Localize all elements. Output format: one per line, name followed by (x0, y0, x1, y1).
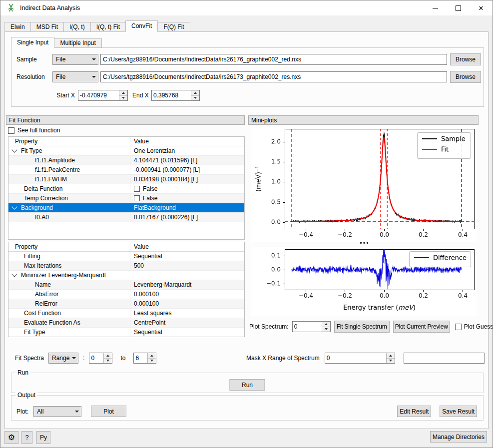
output-plot-button[interactable]: Plot (91, 406, 126, 417)
table-row-f1-f1-fwhm[interactable]: f1.f1.FWHM0.034198 (0.000184) [L] (8, 175, 244, 184)
difference-plot[interactable] (251, 247, 477, 316)
sample-browse-button[interactable]: Browse (450, 53, 481, 65)
resolution-browse-button[interactable]: Browse (450, 71, 481, 83)
see-full-function-checkbox[interactable] (8, 127, 14, 134)
property-value: 0.017167 (0.000226) [L] (134, 214, 198, 221)
resolution-source-combo[interactable]: File (52, 71, 98, 82)
sample-path-input[interactable] (100, 54, 447, 65)
spin-arrows-icon[interactable] (147, 353, 156, 363)
chevron-down-icon (90, 58, 98, 60)
mask-range-input[interactable] (404, 353, 485, 364)
property-name: Name (35, 281, 51, 288)
fit-function-header[interactable]: Fit Function (6, 115, 245, 125)
property-value: 500 (134, 262, 144, 269)
spectra-from-value[interactable] (89, 353, 103, 363)
table-row-f1-f1-peakcentre[interactable]: f1.f1.PeakCentre-0.000941 (0.000077) [L] (8, 165, 244, 175)
table-row-abserror[interactable]: AbsError0.000100 (8, 290, 244, 299)
minimize-icon (433, 8, 438, 8)
input-tab-multiple-input[interactable]: Multiple Input (54, 38, 101, 48)
property-value: 0.000100 (134, 300, 159, 307)
tab-msd-fit[interactable]: MSD Fit (30, 22, 64, 32)
property-value: Levenberg-Marquardt (134, 281, 191, 288)
table-row-background[interactable]: BackgroundFlatBackground (8, 203, 244, 213)
table-row-cost-function[interactable]: Cost FunctionLeast squares (8, 309, 244, 318)
table-row-minimizer-levenberg-marquardt[interactable]: Minimizer Levenberg-Marquardt (8, 271, 244, 280)
plot-spectrum-value[interactable] (293, 322, 322, 332)
mantid-icon (6, 3, 15, 12)
tab-convfit[interactable]: ConvFit (125, 20, 158, 32)
property-name: Evaluate Function As (24, 319, 80, 326)
plot-spectrum-spinbox[interactable] (292, 321, 331, 332)
run-button[interactable]: Run (230, 379, 265, 391)
input-tab-single-input[interactable]: Single Input (11, 37, 54, 48)
tab-elwin[interactable]: Elwin (4, 22, 31, 32)
property-name: Fitting (24, 253, 40, 260)
tab-i-q-t[interactable]: I(Q, t) (63, 22, 91, 32)
see-full-function-row: See full function (8, 126, 60, 134)
fit-spectra-row: Fit Spectra Range : to (15, 352, 156, 364)
fit-spectra-mode-combo[interactable]: Range (48, 353, 78, 364)
settings-button[interactable]: ⚙ (4, 431, 18, 444)
plot-current-preview-button[interactable]: Plot Current Preview (393, 321, 450, 333)
property-name: Fit Type (24, 329, 45, 336)
fit-single-spectrum-button[interactable]: Fit Single Spectrum (334, 321, 390, 333)
tab-f-q-fit[interactable]: F(Q) Fit (157, 22, 190, 32)
value-checkbox[interactable] (134, 195, 140, 201)
end-x-value[interactable] (152, 90, 191, 100)
manage-directories-button[interactable]: Manage Directories (430, 431, 487, 443)
plot-splitter-handle[interactable]: ••• (352, 239, 377, 247)
property-value: 4.104471 (0.011596) [L] (134, 157, 197, 164)
edit-result-button[interactable]: Edit Result (397, 406, 431, 417)
table-row-name[interactable]: NameLevenberg-Marquardt (8, 280, 244, 290)
maximize-button[interactable] (447, 0, 470, 15)
output-plot-combo[interactable]: All (33, 406, 81, 417)
spectra-to-spinbox[interactable] (133, 353, 156, 364)
mask-spectrum-value[interactable] (325, 353, 386, 363)
spin-arrows-icon[interactable] (386, 353, 395, 363)
end-x-spinbox[interactable] (151, 90, 200, 101)
sample-source-value: File (53, 56, 90, 63)
spin-arrows-icon[interactable] (322, 322, 330, 332)
sample-fit-plot[interactable] (251, 126, 477, 242)
spin-arrows-icon[interactable] (119, 90, 127, 100)
save-result-button[interactable]: Save Result (440, 406, 477, 417)
mini-plots-header[interactable]: Mini-plots (248, 115, 479, 125)
close-button[interactable]: ✕ (470, 0, 493, 15)
table-row-delta-function[interactable]: Delta FunctionFalse (8, 184, 244, 194)
spectra-to-value[interactable] (134, 353, 147, 363)
start-x-value[interactable] (78, 90, 119, 100)
minimize-button[interactable] (424, 0, 447, 15)
resolution-path-input[interactable] (100, 71, 447, 82)
plot-spectrum-row: Plot Spectrum: Fit Single Spectrum Plot … (249, 321, 483, 333)
table-row-fit-type[interactable]: Fit TypeSequential (8, 328, 244, 337)
python-export-button[interactable]: Py (36, 431, 50, 444)
mask-spectrum-spinbox[interactable] (325, 353, 395, 364)
table-row-evaluate-function-as[interactable]: Evaluate Function AsCentrePoint (8, 318, 244, 328)
fit-function-table: PropertyValueFit TypeOne Lorentzianf1.f1… (8, 136, 245, 240)
resolution-label: Resolution (16, 73, 45, 80)
main-tab-bar: ElwinMSD FitI(Q, t)I(Q, t) FitConvFitF(Q… (4, 20, 190, 32)
spin-arrows-icon[interactable] (103, 353, 112, 363)
single-input-pane: Sample File Browse Resolution File Brows… (11, 47, 484, 107)
table-row-fit-type[interactable]: Fit TypeOne Lorentzian (8, 146, 244, 156)
fit-spectra-label: Fit Spectra (15, 355, 44, 362)
table-header-row: PropertyValue (8, 242, 244, 252)
table-row-relerror[interactable]: RelError0.000100 (8, 299, 244, 309)
plot-guess-checkbox[interactable] (455, 324, 462, 330)
sample-source-combo[interactable]: File (52, 54, 98, 65)
indirect-data-analysis-window: Indirect Data Analysis ✕ ElwinMSD FitI(Q… (0, 0, 493, 448)
spin-arrows-icon[interactable] (191, 90, 199, 100)
help-button[interactable]: ? (21, 431, 32, 444)
property-name: Minimizer Levenberg-Marquardt (21, 272, 106, 279)
value-checkbox[interactable] (134, 186, 140, 192)
table-row-temp-correction[interactable]: Temp CorrectionFalse (8, 194, 244, 203)
table-row-f0-a0[interactable]: f0.A00.017167 (0.000226) [L] (8, 213, 244, 222)
table-row-fitting[interactable]: FittingSequential (8, 252, 244, 261)
chevron-down-icon (11, 147, 17, 152)
start-x-spinbox[interactable] (78, 90, 128, 101)
spectra-from-spinbox[interactable] (89, 353, 112, 364)
table-row-max-iterations[interactable]: Max Iterations500 (8, 261, 244, 271)
tab-i-q-t-fit[interactable]: I(Q, t) Fit (90, 22, 126, 32)
table-row-f1-f1-amplitude[interactable]: f1.f1.Amplitude4.104471 (0.011596) [L] (8, 156, 244, 165)
colon-label: : (83, 355, 84, 362)
